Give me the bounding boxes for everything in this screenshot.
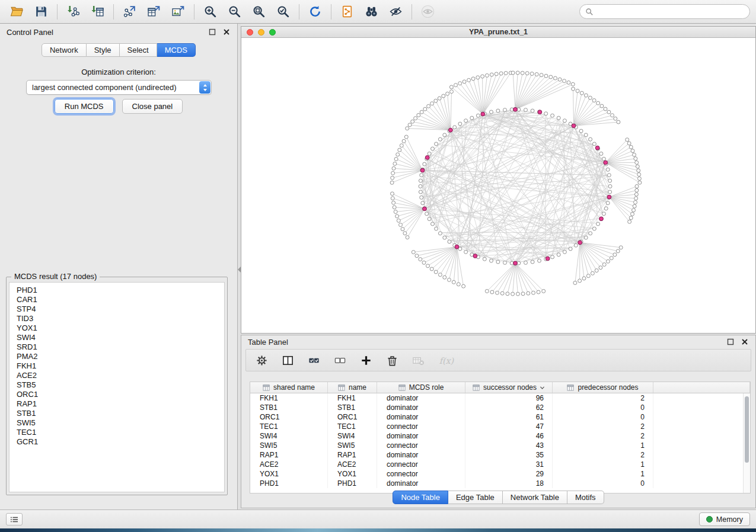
- refresh-layout-button[interactable]: [304, 2, 326, 21]
- mcds-result-item[interactable]: SWI4: [17, 333, 224, 342]
- table-scrollbar-thumb[interactable]: [745, 396, 749, 463]
- tab-motifs[interactable]: Motifs: [567, 491, 604, 504]
- close-panel-button[interactable]: Close panel: [122, 99, 183, 114]
- mcds-result-item[interactable]: GCR1: [17, 437, 224, 447]
- network-canvas[interactable]: [241, 38, 755, 333]
- mcds-result-item[interactable]: TID3: [17, 314, 224, 323]
- column-label: shared name: [273, 383, 315, 392]
- mcds-result-item[interactable]: PHD1: [17, 286, 224, 295]
- search-box[interactable]: [579, 4, 750, 19]
- tab-node-table[interactable]: Node Table: [393, 491, 448, 504]
- mcds-result-item[interactable]: SWI5: [17, 418, 224, 428]
- search-network-button[interactable]: [361, 2, 382, 21]
- float-table-panel-icon[interactable]: [726, 338, 735, 346]
- mcds-result-item[interactable]: SRD1: [17, 342, 224, 352]
- sort-arrow-icon: [540, 386, 545, 390]
- mcds-result-item[interactable]: RAP1: [17, 399, 224, 409]
- column-menu-icon: [398, 384, 406, 391]
- zoom-selected-button[interactable]: [272, 2, 294, 21]
- table-row[interactable]: TEC1TEC1connector472: [250, 422, 750, 431]
- optimization-criterion-select[interactable]: largest connected component (undirected): [26, 80, 212, 95]
- table-cell: connector: [377, 441, 465, 450]
- import-network-button[interactable]: [62, 2, 84, 21]
- tab-network-table[interactable]: Network Table: [503, 491, 567, 504]
- mcds-result-item[interactable]: YOX1: [17, 323, 224, 333]
- mcds-result-item[interactable]: STP4: [17, 305, 224, 314]
- export-network-button[interactable]: [119, 2, 141, 21]
- table-row[interactable]: PHD1PHD1dominator180: [250, 479, 750, 488]
- clone-network-button[interactable]: [336, 2, 358, 21]
- zoom-in-button[interactable]: [199, 2, 221, 21]
- table-scrollbar[interactable]: [743, 393, 750, 493]
- toolbar-group: [304, 2, 326, 21]
- table-row[interactable]: ACE2ACE2connector311: [250, 460, 750, 469]
- run-mcds-button[interactable]: Run MCDS: [55, 99, 114, 114]
- save-session-button[interactable]: [30, 2, 52, 21]
- table-row[interactable]: RAP1RAP1dominator352: [250, 450, 750, 460]
- close-table-panel-icon[interactable]: [741, 338, 749, 346]
- toolbar-group: [417, 2, 439, 21]
- column-header-successor-nodes[interactable]: successor nodes: [465, 382, 553, 393]
- column-header-predecessor-nodes[interactable]: predecessor nodes: [553, 382, 653, 393]
- table-cell: 96: [465, 393, 553, 403]
- mcds-result-item[interactable]: FKH1: [17, 361, 224, 371]
- visibility-button[interactable]: [417, 2, 439, 21]
- column-header-MCDS-role[interactable]: MCDS role: [377, 382, 465, 393]
- mcds-result-item[interactable]: CAR1: [17, 295, 224, 305]
- zoom-out-button[interactable]: [224, 2, 245, 21]
- tab-mcds[interactable]: MCDS: [157, 43, 196, 57]
- table-row[interactable]: SWI5SWI5connector431: [250, 441, 750, 450]
- search-input[interactable]: [597, 7, 744, 16]
- network-window-titlebar[interactable]: YPA_prune.txt_1: [241, 27, 755, 38]
- mcds-result-item[interactable]: TEC1: [17, 428, 224, 437]
- table-cell: STB1: [328, 403, 377, 412]
- table-panel-title: Table Panel: [248, 338, 720, 347]
- unselect-all-rows-button[interactable]: [334, 354, 346, 367]
- column-menu-icon: [473, 384, 480, 391]
- column-header-shared-name[interactable]: shared name: [250, 382, 328, 393]
- memory-button[interactable]: Memory: [699, 512, 750, 526]
- table-settings-button[interactable]: [256, 354, 268, 367]
- add-column-button[interactable]: [360, 354, 372, 367]
- mcds-result-list[interactable]: PHD1CAR1STP4TID3YOX1SWI4SRD1PMA2FKH1ACE2…: [9, 282, 225, 492]
- export-image-button[interactable]: [167, 2, 189, 21]
- tab-edge-table[interactable]: Edge Table: [448, 491, 503, 504]
- open-file-button[interactable]: [6, 2, 28, 21]
- table-cell: SWI4: [250, 431, 328, 441]
- show-hide-button[interactable]: [385, 2, 407, 21]
- tab-network[interactable]: Network: [42, 43, 87, 57]
- status-menu-button[interactable]: [6, 513, 23, 525]
- select-all-rows-button[interactable]: [308, 354, 320, 367]
- memory-label: Memory: [716, 515, 743, 524]
- mcds-buttons: Run MCDS Close panel: [0, 99, 237, 114]
- table-row[interactable]: YOX1YOX1connector291: [250, 469, 750, 479]
- tab-select[interactable]: Select: [120, 43, 157, 57]
- mcds-result-item[interactable]: PMA2: [17, 352, 224, 361]
- table-cell: 2: [553, 431, 653, 441]
- tab-style[interactable]: Style: [87, 43, 120, 57]
- mcds-result-item[interactable]: ACE2: [17, 371, 224, 380]
- close-panel-icon[interactable]: [222, 28, 231, 36]
- table-row[interactable]: STB1STB1dominator620: [250, 403, 750, 412]
- mcds-result-item[interactable]: STB1: [17, 409, 224, 418]
- show-columns-button[interactable]: [282, 354, 294, 367]
- zoom-fit-button[interactable]: [248, 2, 270, 21]
- table-row[interactable]: FKH1FKH1dominator962: [250, 393, 750, 403]
- network-graph[interactable]: [241, 38, 755, 333]
- delete-table-button: [412, 354, 425, 367]
- delete-column-button[interactable]: [386, 354, 398, 367]
- mcds-result-item[interactable]: ORC1: [17, 390, 224, 399]
- status-bar: Memory: [0, 509, 756, 528]
- mcds-result-item[interactable]: STB5: [17, 380, 224, 390]
- column-header-name[interactable]: name: [328, 382, 377, 393]
- toolbar-group: [199, 2, 294, 21]
- import-table-button[interactable]: [87, 2, 109, 21]
- table-row[interactable]: SWI4SWI4dominator462: [250, 431, 750, 441]
- table-cell: 2: [553, 450, 653, 460]
- table-row[interactable]: ORC1ORC1dominator610: [250, 412, 750, 422]
- trash-icon: [386, 354, 398, 367]
- float-panel-icon[interactable]: [208, 28, 216, 36]
- toolbar-separator: [299, 4, 299, 20]
- export-table-button[interactable]: [143, 2, 165, 21]
- table-cell: 2: [553, 393, 653, 403]
